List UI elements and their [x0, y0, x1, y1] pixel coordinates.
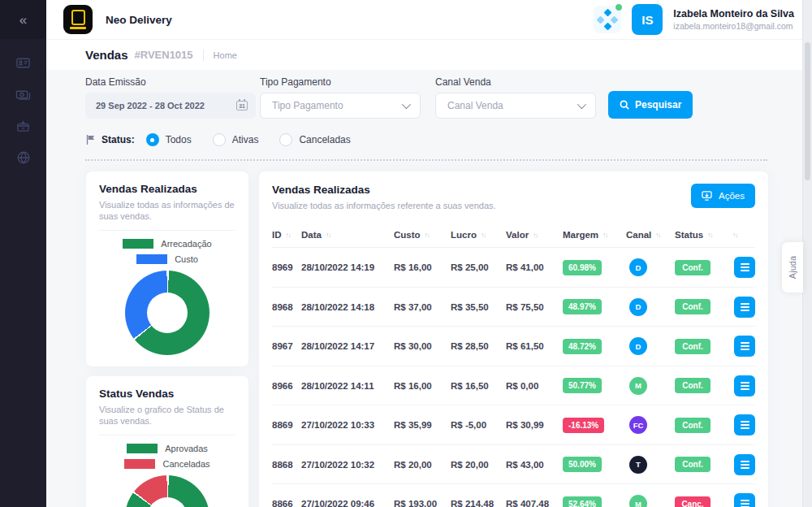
help-tab-label: Ajuda: [788, 256, 797, 279]
sidebar-nav: [0, 39, 46, 168]
sidebar-item-dashboard[interactable]: [9, 52, 38, 73]
page-code: #RVEN1015: [135, 49, 193, 61]
brand-emblem-icon: [71, 10, 85, 25]
cell-custo: R$ 193,00: [394, 499, 451, 507]
cell-custo: R$ 30,00: [394, 341, 451, 351]
row-actions-button[interactable]: [734, 493, 755, 507]
chevron-down-icon: [577, 100, 586, 109]
table-row: 8967 28/10/2022 14:17 R$ 30,00 R$ 28,50 …: [272, 327, 755, 366]
date-range-value: 29 Sep 2022 - 28 Oct 2022: [96, 101, 205, 110]
search-icon: [620, 100, 629, 110]
menu-lines-icon: [741, 266, 749, 268]
date-range-input[interactable]: 29 Sep 2022 - 28 Oct 2022 31: [85, 93, 256, 119]
canal-badge: FC: [629, 416, 647, 434]
sidebar-item-vendas[interactable]: [9, 84, 38, 105]
cell-valor: R$ 407,48: [506, 499, 563, 507]
row-actions-button[interactable]: [734, 375, 755, 396]
canal-badge: T: [629, 456, 647, 474]
user-name: Izabela Monteiro da Silva: [673, 8, 794, 20]
cell-valor: R$ 61,50: [506, 341, 563, 351]
row-actions-button[interactable]: [734, 297, 755, 318]
cell-id: 8967: [272, 341, 301, 351]
cell-lucro: R$ 16,50: [451, 381, 506, 391]
scrollbar-thumb[interactable]: [805, 42, 810, 180]
status-badge: Conf.: [675, 457, 710, 472]
canal-venda-select[interactable]: Canal Venda: [435, 93, 596, 119]
content: Data Emissão 29 Sep 2022 - 28 Oct 2022 3…: [46, 70, 812, 507]
cell-data: 27/10/2022 10:33: [301, 420, 394, 430]
row-actions-button[interactable]: [734, 454, 755, 475]
legend-item: Custo: [136, 254, 198, 264]
column-header-actions[interactable]: [728, 232, 755, 239]
legend-swatch: [136, 254, 167, 264]
filter-data-emissao: Data Emissão 29 Sep 2022 - 28 Oct 2022 3…: [85, 76, 256, 119]
money-icon: [15, 87, 31, 102]
radio-todos[interactable]: Todos: [146, 133, 192, 146]
cell-lucro: R$ -5,00: [451, 420, 506, 430]
page-title: Vendas: [85, 48, 128, 62]
column-header-data[interactable]: Data: [301, 230, 394, 240]
scrollbar-track[interactable]: [802, 0, 812, 507]
search-button[interactable]: Pesquisar: [608, 91, 693, 119]
menu-lines-icon: [741, 345, 749, 347]
canal-badge: D: [629, 298, 647, 316]
legend-swatch: [123, 239, 153, 249]
sidebar-item-produtos[interactable]: [9, 115, 38, 136]
column-header-status[interactable]: Status: [675, 230, 728, 240]
help-tab[interactable]: Ajuda: [782, 242, 803, 292]
avatar[interactable]: IS: [632, 4, 663, 35]
actions-button[interactable]: Ações: [691, 184, 755, 208]
canal-badge: M: [629, 495, 647, 507]
cell-custo: R$ 16,00: [394, 381, 451, 391]
menu-lines-icon: [741, 385, 749, 387]
column-header-canal[interactable]: Canal: [626, 230, 675, 240]
radio-canceladas[interactable]: Canceladas: [279, 133, 350, 146]
card-title: Status Vendas: [99, 388, 235, 400]
cell-lucro: R$ 28,50: [451, 341, 506, 351]
table-row: 8869 27/10/2022 10:33 R$ 35,99 R$ -5,00 …: [272, 405, 755, 445]
diamond-icon: [603, 23, 611, 31]
app-window: Neo Delivery IS Izabela Monteiro da Silv…: [0, 0, 812, 507]
filter-canal-venda: Canal Venda Canal Venda: [435, 76, 596, 119]
tipo-pagamento-label: Tipo Pagamento: [260, 76, 421, 88]
column-header-custo[interactable]: Custo: [394, 230, 451, 240]
table-row: 8969 28/10/2022 14:19 R$ 16,00 R$ 25,00 …: [272, 248, 755, 288]
tipo-pagamento-placeholder: Tipo Pagamento: [272, 100, 343, 111]
breadcrumb-home-link[interactable]: Home: [214, 50, 237, 60]
column-header-margem[interactable]: Margem: [563, 230, 626, 240]
card-subtitle: Visualize todas as informações de suas v…: [99, 199, 235, 223]
donut-chart-vendas: [125, 271, 209, 355]
table-card-header: Vendas Realizadas Visualize todas as inf…: [259, 171, 768, 216]
legend-swatch: [124, 459, 155, 469]
row-actions-button[interactable]: [734, 257, 755, 278]
row-actions-button[interactable]: [734, 414, 755, 436]
tipo-pagamento-select[interactable]: Tipo Pagamento: [260, 93, 421, 119]
radio-ativas[interactable]: Ativas: [213, 133, 259, 146]
collapse-sidebar-icon[interactable]: [16, 10, 30, 30]
brand-logo: [63, 5, 93, 34]
card-status-vendas: Status Vendas Visualize o grafico de Sta…: [85, 375, 249, 507]
status-badge: Conf.: [675, 339, 710, 354]
cell-data: 27/10/2022 09:46: [301, 499, 394, 507]
topbar-right: IS Izabela Monteiro da Silva izabela.mon…: [594, 4, 812, 35]
status-badge: Conf.: [675, 260, 710, 275]
online-status-dot: [615, 3, 623, 11]
chevron-down-icon: [402, 100, 411, 109]
apps-grid-icon[interactable]: [594, 6, 621, 33]
cell-valor: R$ 41,00: [506, 262, 563, 272]
row-actions-button[interactable]: [734, 336, 755, 357]
divider: [99, 435, 235, 436]
column-header-id[interactable]: ID: [272, 230, 301, 240]
sidebar-item-site[interactable]: [9, 147, 38, 168]
table-card: Vendas Realizadas Visualize todas as inf…: [258, 171, 769, 507]
radio-icon-checked: [146, 133, 159, 146]
column-header-valor[interactable]: Valor: [506, 230, 563, 240]
margem-badge: 48.97%: [563, 299, 602, 314]
table-row: 8866 27/10/2022 09:46 R$ 193,00 R$ 214,4…: [272, 484, 755, 507]
column-header-lucro[interactable]: Lucro: [451, 230, 506, 240]
left-column: Vendas Realizadas Visualize todas as inf…: [85, 171, 249, 507]
export-screen-icon: [702, 191, 712, 201]
cell-id: 8966: [272, 381, 301, 391]
margem-badge: 50.77%: [563, 378, 602, 393]
filter-tipo-pagamento: Tipo Pagamento Tipo Pagamento: [260, 76, 421, 119]
